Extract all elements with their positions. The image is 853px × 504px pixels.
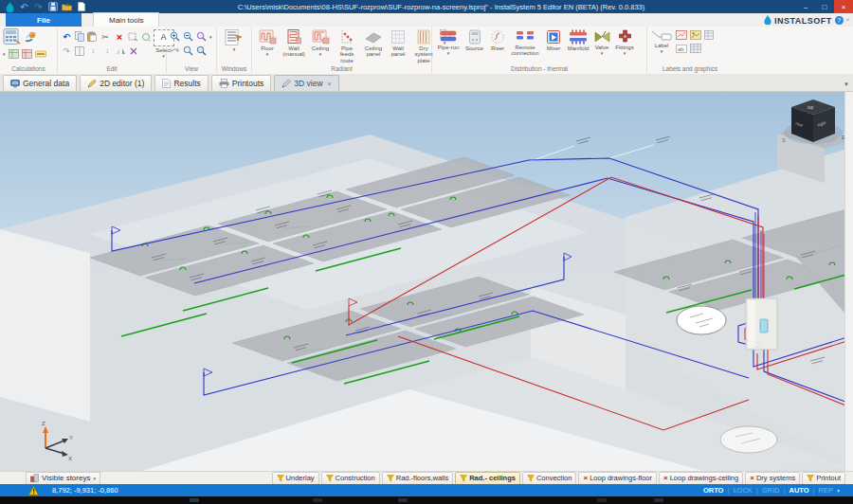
mode-separator: | [784, 486, 786, 495]
zoom-selection-icon[interactable] [196, 43, 207, 60]
group-distribution: Pipe-run ▾ Source Riser Remote connectio… [432, 27, 647, 73]
radiant-wall-button[interactable]: Wall (manual) [281, 29, 307, 58]
delete-icon[interactable]: × [114, 31, 125, 43]
tab-2d-editor[interactable]: 2D editor (1) [80, 75, 152, 91]
wall-panel-button[interactable]: Wall panel [387, 29, 409, 58]
balloon-label-lower [720, 426, 777, 453]
storeys-icon [30, 474, 39, 482]
help-icon[interactable]: ? [835, 16, 844, 25]
tab-overflow-icon[interactable]: ▼ [844, 81, 849, 87]
save-icon[interactable] [47, 2, 58, 12]
cut-icon[interactable]: ✂ [100, 31, 111, 43]
pipe-run-dropdown-icon[interactable]: ▾ [447, 51, 450, 56]
visible-storeys-dropdown[interactable]: Visible storeys ▾ [26, 472, 100, 485]
mode-auto[interactable]: AUTO [789, 486, 808, 495]
source-button[interactable]: Source [463, 29, 486, 51]
paste-icon[interactable] [87, 28, 97, 45]
mode-orto[interactable]: ORTO [703, 486, 724, 495]
move-down-icon[interactable]: ↓ [87, 45, 99, 57]
manifold-button[interactable]: Manifold [566, 29, 590, 51]
layer-dry-systems-label: Dry systems [756, 474, 795, 482]
format-painter-icon[interactable] [141, 28, 151, 45]
tab-general-data[interactable]: General data [3, 75, 77, 91]
zoom-extents-icon[interactable] [183, 43, 193, 60]
undo-icon[interactable]: ↶ [61, 31, 72, 43]
mode-grid[interactable]: GRID [762, 486, 780, 495]
tab-close-icon[interactable]: × [328, 81, 332, 87]
diagnostics-icon[interactable] [35, 45, 46, 63]
layer-rad-ceilings-label: Rad.- ceilings [469, 474, 516, 482]
layer-construction[interactable]: Construction [321, 472, 380, 485]
layer-convection[interactable]: Convection [522, 472, 577, 485]
radiant-floor-button[interactable]: Floor ▾ [255, 29, 280, 58]
valve-dropdown-icon[interactable]: ▾ [601, 51, 604, 56]
redo-icon[interactable]: ↷ [33, 2, 44, 12]
layer-rad-ceilings[interactable]: Rad.- ceilings [455, 472, 520, 485]
fittings-button[interactable]: Fittings ▾ [613, 29, 636, 57]
pan-icon[interactable] [170, 43, 180, 60]
text-box-icon[interactable]: ab [676, 40, 687, 57]
redo-icon[interactable]: ↷ [61, 45, 72, 57]
legend-table-icon[interactable] [690, 40, 701, 57]
layer-rad-floors-walls[interactable]: Rad.-floors,walls [382, 472, 453, 485]
remote-connection-button[interactable]: Remote connection [509, 29, 541, 57]
riser-button[interactable]: Riser [487, 29, 508, 51]
view-dropdown-icon[interactable]: ▾ [209, 34, 212, 40]
layer-printout[interactable]: Printout [802, 472, 845, 485]
close-button[interactable]: × [834, 0, 853, 13]
maximize-button[interactable]: □ [815, 0, 834, 13]
duplicate-window-icon[interactable] [75, 43, 84, 60]
pipe-run-button[interactable]: Pipe-run ▾ [435, 29, 462, 57]
manifold-cabinet[interactable] [746, 298, 777, 350]
3d-viewport[interactable]: S E top rear right Z Y X [0, 92, 853, 471]
mixer-label: Mixer [547, 45, 561, 51]
viewport-scrollbar[interactable] [844, 92, 853, 471]
fittings-dropdown-icon[interactable]: ▾ [624, 51, 626, 56]
file-menu-button[interactable]: File [6, 13, 82, 27]
layer-underlay[interactable]: Underlay [272, 472, 319, 485]
layer-loop-drawings-floor[interactable]: × Loop drawings-floor [578, 472, 657, 485]
pipe-feeds-route-button[interactable]: Pipe feeds route [334, 29, 360, 63]
layer-printout-label: Printout [816, 474, 841, 482]
ceiling-panel-button[interactable]: Ceiling panel [361, 29, 386, 58]
layer-loop-drawings-ceiling[interactable]: × Loop drawings-ceiling [659, 472, 743, 485]
drop-down-icon[interactable]: ↓ [101, 45, 113, 57]
tab-main-tools[interactable]: Main tools [93, 12, 159, 27]
calculations-dropdown-icon[interactable]: ▾ [3, 51, 6, 57]
layer-dry-systems[interactable]: × Dry systems [745, 472, 800, 485]
warning-icon[interactable] [28, 486, 39, 495]
mode-rep[interactable]: REP [819, 486, 833, 495]
collapse-ribbon-icon[interactable]: ^ [846, 17, 849, 24]
new-file-icon[interactable] [76, 2, 86, 12]
mixer-button[interactable]: Mixer [542, 29, 565, 51]
valve-button[interactable]: Valve ▾ [591, 29, 612, 57]
instalsoft-droplet-icon [764, 15, 771, 26]
windows-button[interactable]: ▾ [220, 29, 248, 52]
brand-name: INSTALSOFT [774, 16, 832, 26]
data-table-icon[interactable] [704, 27, 714, 44]
windows-dropdown-icon[interactable]: ▾ [233, 47, 236, 52]
tab-3d-view[interactable]: 3D view × [274, 75, 338, 91]
tab-printouts[interactable]: Printouts [211, 75, 272, 91]
tab-results-label: Results [173, 79, 200, 88]
undo-icon[interactable]: ↶ [19, 2, 29, 12]
open-folder-icon[interactable] [62, 2, 72, 12]
mode-lock[interactable]: LOCK [733, 486, 752, 495]
mirror-icon[interactable] [116, 43, 126, 60]
radiant-ceiling-button[interactable]: Ceiling ▾ [308, 29, 333, 58]
ceiling-dropdown-icon[interactable]: ▾ [319, 52, 322, 57]
tab-results[interactable]: Results [154, 75, 208, 91]
label-button[interactable]: Label ▾ [650, 29, 673, 55]
minimize-button[interactable]: – [796, 0, 815, 13]
modes-dropdown-icon[interactable]: ▾ [837, 487, 840, 494]
floor-dropdown-icon[interactable]: ▾ [266, 52, 269, 57]
ceiling-panel-label: Ceiling panel [361, 45, 386, 58]
select-dropdown-icon[interactable]: ▾ [162, 54, 165, 59]
errors-table-icon[interactable] [22, 45, 32, 63]
visible-storeys-caret-icon: ▾ [93, 476, 96, 481]
label-dropdown-icon[interactable]: ▾ [661, 49, 663, 54]
rotate-icon[interactable] [129, 43, 138, 60]
results-table-icon[interactable] [9, 45, 19, 63]
compass-south-label: S [782, 137, 786, 143]
app-droplet-icon[interactable] [5, 2, 15, 12]
